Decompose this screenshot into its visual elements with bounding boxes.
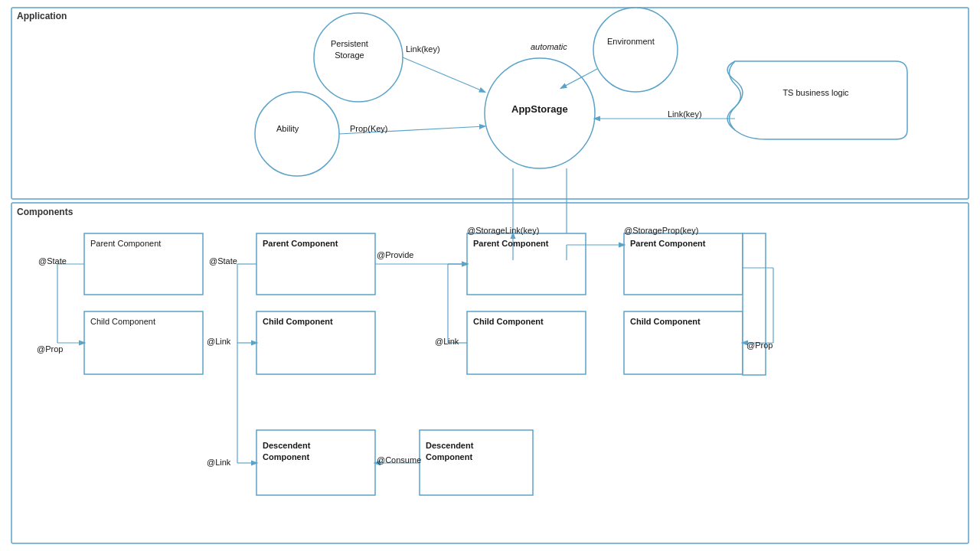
parent1-label: Parent Component <box>90 239 161 248</box>
svg-rect-22 <box>743 233 766 375</box>
child3-label: Child Component <box>473 317 544 326</box>
ts-business-logic-label: TS business logic <box>749 88 883 97</box>
link3-label: @Link <box>207 458 230 467</box>
automatic-label: automatic <box>531 42 567 51</box>
descendent2-label: DescendentComponent <box>426 440 473 464</box>
prop2-label: @Prop <box>746 341 773 350</box>
link2-label: @Link <box>435 337 459 346</box>
svg-rect-1 <box>11 203 969 543</box>
state2-label: @State <box>209 256 237 266</box>
svg-rect-0 <box>11 8 969 199</box>
link-key-1-label: Link(key) <box>406 44 440 54</box>
storage-prop-label: @StorageProp(key) <box>624 226 698 235</box>
child2-label: Child Component <box>263 317 333 326</box>
link-key-2-label: Link(key) <box>668 109 702 119</box>
components-label: Components <box>17 207 73 217</box>
svg-point-5 <box>255 92 339 176</box>
child1-label: Child Component <box>90 317 155 326</box>
parent3-label: Parent Component <box>473 239 548 248</box>
child4-label: Child Component <box>630 317 701 326</box>
svg-line-6 <box>403 57 485 92</box>
consume-label: @Consume <box>377 455 421 465</box>
prop1-label: @Prop <box>37 344 63 354</box>
provide-label: @Provide <box>377 250 413 259</box>
ability-label: Ability <box>276 124 299 133</box>
parent2-label: Parent Component <box>263 239 338 248</box>
link1-label: @Link <box>207 337 230 346</box>
parent4-label: Parent Component <box>630 239 705 248</box>
descendent1-label: DescendentComponent <box>263 440 310 464</box>
state1-label: @State <box>38 256 67 266</box>
application-label: Application <box>17 11 67 21</box>
persistent-storage-label: PersistentStorage <box>331 38 368 62</box>
appstorage-label: AppStorage <box>511 103 568 115</box>
storage-link-label: @StorageLink(key) <box>467 226 539 235</box>
svg-point-3 <box>593 8 678 92</box>
prop-key-label: Prop(Key) <box>350 124 388 133</box>
svg-line-7 <box>561 69 597 88</box>
environment-label: Environment <box>607 37 655 46</box>
